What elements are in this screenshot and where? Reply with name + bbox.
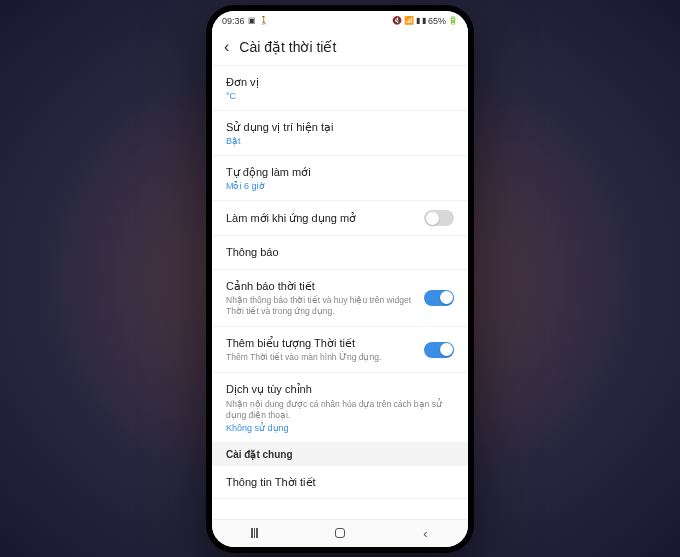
app-header: ‹ Cài đặt thời tiết xyxy=(212,31,468,66)
setting-title: Tự động làm mới xyxy=(226,165,454,179)
setting-custom[interactable]: Dịch vụ tùy chỉnh Nhận nội dung được cá … xyxy=(212,373,468,442)
setting-desc: Nhận thông báo thời tiết và huy hiệu trê… xyxy=(226,295,414,317)
status-right: 🔇 📶 ▮ ▮ 65% 🔋 xyxy=(392,16,458,26)
setting-refresh-open[interactable]: Làm mới khi ứng dụng mở xyxy=(212,201,468,236)
setting-value: Không sử dụng xyxy=(226,423,454,433)
toggle-alerts[interactable] xyxy=(424,290,454,306)
section-general: Cài đặt chung xyxy=(212,443,468,466)
settings-list[interactable]: Đơn vị °C Sử dụng vị trí hiện tại Bật Tự… xyxy=(212,66,468,519)
status-time: 09:36 xyxy=(222,16,245,26)
setting-title: Sử dụng vị trí hiện tại xyxy=(226,120,454,134)
setting-addicon[interactable]: Thêm biểu tượng Thời tiết Thêm Thời tiết… xyxy=(212,327,468,373)
setting-location[interactable]: Sử dụng vị trí hiện tại Bật xyxy=(212,111,468,156)
nav-back-button[interactable]: ‹ xyxy=(405,526,445,541)
setting-alerts[interactable]: Cảnh báo thời tiết Nhận thông báo thời t… xyxy=(212,270,468,327)
image-icon: ▣ xyxy=(248,16,256,25)
status-bar: 09:36 ▣ 🚶 🔇 📶 ▮ ▮ 65% 🔋 xyxy=(212,11,468,31)
setting-title: Dịch vụ tùy chỉnh xyxy=(226,382,454,396)
setting-desc: Thêm Thời tiết vào màn hình Ứng dụng. xyxy=(226,352,414,363)
setting-title: Thông báo xyxy=(226,245,454,259)
back-button[interactable]: ‹ xyxy=(224,39,229,55)
setting-value: Mỗi 6 giờ xyxy=(226,181,454,191)
setting-title: Cảnh báo thời tiết xyxy=(226,279,414,293)
nav-recent-button[interactable] xyxy=(235,528,275,538)
nav-bar: ‹ xyxy=(212,519,468,547)
setting-notify[interactable]: Thông báo xyxy=(212,236,468,269)
setting-about[interactable]: Thông tin Thời tiết xyxy=(212,466,468,499)
status-left: 09:36 ▣ 🚶 xyxy=(222,16,269,26)
setting-value: Bật xyxy=(226,136,454,146)
back-icon: ‹ xyxy=(423,526,427,541)
setting-unit[interactable]: Đơn vị °C xyxy=(212,66,468,111)
nav-home-button[interactable] xyxy=(320,528,360,538)
recent-icon xyxy=(251,528,258,538)
page-title: Cài đặt thời tiết xyxy=(239,39,336,55)
signal-icon: ▮ xyxy=(416,16,420,25)
setting-desc: Nhận nội dung được cá nhân hóa dựa trên … xyxy=(226,399,454,421)
phone-frame: 09:36 ▣ 🚶 🔇 📶 ▮ ▮ 65% 🔋 ‹ Cài đặt thời t… xyxy=(206,5,474,553)
setting-title: Đơn vị xyxy=(226,75,454,89)
toggle-addicon[interactable] xyxy=(424,342,454,358)
setting-title: Thông tin Thời tiết xyxy=(226,475,454,489)
setting-title: Làm mới khi ứng dụng mở xyxy=(226,211,414,225)
battery-icon: 🔋 xyxy=(448,16,458,25)
home-icon xyxy=(335,528,345,538)
battery-text: 65% xyxy=(428,16,446,26)
signal2-icon: ▮ xyxy=(422,16,426,25)
person-icon: 🚶 xyxy=(259,16,269,25)
setting-autorefresh[interactable]: Tự động làm mới Mỗi 6 giờ xyxy=(212,156,468,201)
screen: 09:36 ▣ 🚶 🔇 📶 ▮ ▮ 65% 🔋 ‹ Cài đặt thời t… xyxy=(212,11,468,547)
setting-title: Thêm biểu tượng Thời tiết xyxy=(226,336,414,350)
toggle-refresh-open[interactable] xyxy=(424,210,454,226)
wifi-icon: 📶 xyxy=(404,16,414,25)
setting-value: °C xyxy=(226,91,454,101)
mute-icon: 🔇 xyxy=(392,16,402,25)
